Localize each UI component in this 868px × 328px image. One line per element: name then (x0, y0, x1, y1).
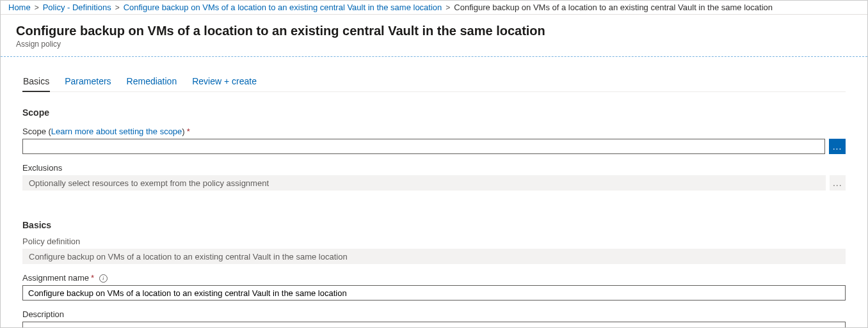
tab-parameters[interactable]: Parameters (64, 76, 111, 92)
section-title-scope: Scope (22, 107, 846, 118)
policy-definition-label: Policy definition (22, 237, 846, 246)
tab-strip: Basics Parameters Remediation Review + c… (22, 57, 846, 92)
page-subtitle: Assign policy (16, 40, 852, 49)
scope-learn-more-link[interactable]: Learn more about setting the scope (51, 127, 182, 136)
breadcrumb-configure-backup[interactable]: Configure backup on VMs of a location to… (124, 3, 442, 12)
page-title: Configure backup on VMs of a location to… (16, 24, 852, 38)
exclusions-input[interactable]: Optionally select resources to exempt fr… (22, 175, 826, 191)
tab-remediation[interactable]: Remediation (126, 76, 178, 92)
exclusions-picker-button[interactable]: ... (830, 175, 846, 191)
blade-header: Configure backup on VMs of a location to… (1, 15, 867, 54)
scope-field-label: Scope (Learn more about setting the scop… (22, 127, 846, 136)
assignment-name-label: Assignment name* i (22, 273, 846, 283)
assignment-name-input[interactable] (22, 285, 846, 301)
info-icon[interactable]: i (99, 274, 108, 283)
scope-label-suffix: ) (182, 127, 184, 136)
breadcrumb: Home > Policy - Definitions > Configure … (1, 1, 867, 15)
breadcrumb-current: Configure backup on VMs of a location to… (454, 3, 773, 12)
section-title-basics: Basics (22, 220, 846, 230)
description-label: Description (22, 309, 846, 319)
policy-definition-value: Configure backup on VMs of a location to… (22, 249, 846, 264)
assignment-name-label-text: Assignment name (22, 273, 89, 283)
scope-picker-button[interactable]: ... (829, 139, 846, 154)
chevron-right-icon: > (35, 3, 39, 12)
tab-basics[interactable]: Basics (22, 76, 50, 92)
breadcrumb-policy-definitions[interactable]: Policy - Definitions (43, 3, 111, 12)
tab-review-create[interactable]: Review + create (191, 76, 257, 92)
scope-label-prefix: Scope ( (22, 127, 51, 136)
chevron-right-icon: > (115, 3, 120, 12)
required-marker: * (187, 127, 190, 136)
exclusions-label: Exclusions (22, 163, 846, 173)
chevron-right-icon: > (446, 3, 450, 12)
scope-input[interactable] (22, 139, 825, 154)
description-textarea[interactable] (22, 322, 846, 328)
breadcrumb-home[interactable]: Home (8, 3, 31, 12)
required-marker: * (91, 273, 94, 283)
